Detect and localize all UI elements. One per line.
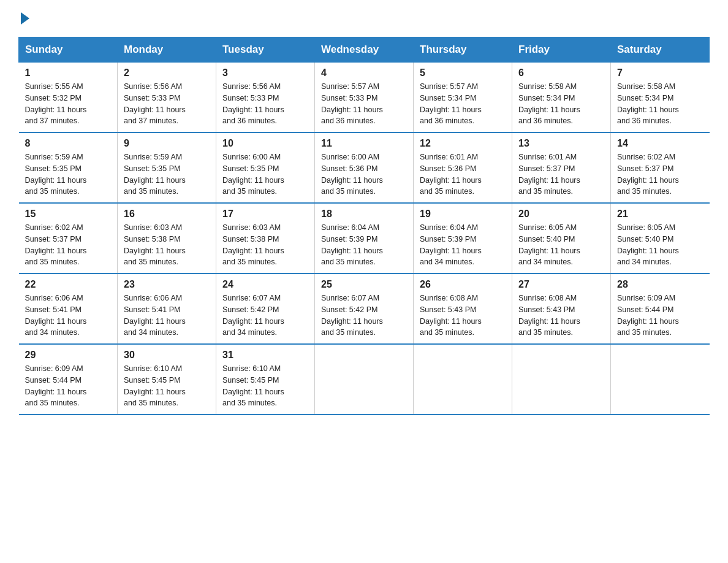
calendar-cell: 17Sunrise: 6:03 AMSunset: 5:38 PMDayligh… bbox=[216, 203, 315, 274]
calendar-table: SundayMondayTuesdayWednesdayThursdayFrid… bbox=[18, 37, 710, 415]
header-day-saturday: Saturday bbox=[611, 37, 710, 63]
day-info: Sunrise: 6:07 AMSunset: 5:42 PMDaylight:… bbox=[321, 293, 407, 339]
header-day-tuesday: Tuesday bbox=[216, 37, 315, 63]
day-info: Sunrise: 6:00 AMSunset: 5:36 PMDaylight:… bbox=[321, 151, 407, 197]
calendar-cell: 9Sunrise: 5:59 AMSunset: 5:35 PMDaylight… bbox=[118, 132, 216, 203]
day-number: 12 bbox=[420, 138, 506, 149]
day-info: Sunrise: 6:06 AMSunset: 5:41 PMDaylight:… bbox=[124, 293, 210, 339]
day-info: Sunrise: 6:10 AMSunset: 5:45 PMDaylight:… bbox=[124, 363, 210, 409]
day-number: 27 bbox=[518, 279, 604, 290]
week-row-3: 15Sunrise: 6:02 AMSunset: 5:37 PMDayligh… bbox=[19, 203, 710, 274]
calendar-cell: 11Sunrise: 6:00 AMSunset: 5:36 PMDayligh… bbox=[315, 132, 414, 203]
calendar-cell: 20Sunrise: 6:05 AMSunset: 5:40 PMDayligh… bbox=[512, 203, 611, 274]
day-info: Sunrise: 6:03 AMSunset: 5:38 PMDaylight:… bbox=[124, 222, 210, 268]
day-number: 25 bbox=[321, 279, 407, 290]
day-number: 10 bbox=[222, 138, 308, 149]
header-row: SundayMondayTuesdayWednesdayThursdayFrid… bbox=[19, 37, 710, 63]
day-number: 30 bbox=[124, 350, 210, 361]
day-number: 5 bbox=[420, 67, 506, 79]
day-number: 20 bbox=[518, 209, 604, 220]
calendar-cell: 29Sunrise: 6:09 AMSunset: 5:44 PMDayligh… bbox=[19, 344, 118, 415]
day-info: Sunrise: 5:58 AMSunset: 5:34 PMDaylight:… bbox=[518, 81, 604, 127]
day-info: Sunrise: 6:02 AMSunset: 5:37 PMDaylight:… bbox=[617, 151, 703, 197]
day-info: Sunrise: 5:59 AMSunset: 5:35 PMDaylight:… bbox=[124, 151, 210, 197]
day-info: Sunrise: 6:04 AMSunset: 5:39 PMDaylight:… bbox=[321, 222, 407, 268]
calendar-cell bbox=[611, 344, 710, 415]
day-info: Sunrise: 6:05 AMSunset: 5:40 PMDaylight:… bbox=[617, 222, 703, 268]
day-info: Sunrise: 6:09 AMSunset: 5:44 PMDaylight:… bbox=[25, 363, 112, 409]
day-info: Sunrise: 6:01 AMSunset: 5:37 PMDaylight:… bbox=[518, 151, 604, 197]
calendar-cell: 1Sunrise: 5:55 AMSunset: 5:32 PMDaylight… bbox=[19, 63, 118, 133]
calendar-cell: 8Sunrise: 5:59 AMSunset: 5:35 PMDaylight… bbox=[19, 132, 118, 203]
week-row-5: 29Sunrise: 6:09 AMSunset: 5:44 PMDayligh… bbox=[19, 344, 710, 415]
day-number: 1 bbox=[25, 67, 112, 79]
day-number: 9 bbox=[124, 138, 210, 149]
day-info: Sunrise: 6:08 AMSunset: 5:43 PMDaylight:… bbox=[518, 293, 604, 339]
day-info: Sunrise: 5:56 AMSunset: 5:33 PMDaylight:… bbox=[222, 81, 308, 127]
header-day-friday: Friday bbox=[512, 37, 611, 63]
day-info: Sunrise: 6:07 AMSunset: 5:42 PMDaylight:… bbox=[222, 293, 308, 339]
page-header bbox=[18, 12, 710, 25]
calendar-cell bbox=[414, 344, 512, 415]
day-info: Sunrise: 5:56 AMSunset: 5:33 PMDaylight:… bbox=[124, 81, 210, 127]
calendar-cell: 13Sunrise: 6:01 AMSunset: 5:37 PMDayligh… bbox=[512, 132, 611, 203]
day-number: 28 bbox=[617, 279, 703, 290]
calendar-cell: 4Sunrise: 5:57 AMSunset: 5:33 PMDaylight… bbox=[315, 63, 414, 133]
day-info: Sunrise: 5:58 AMSunset: 5:34 PMDaylight:… bbox=[617, 81, 703, 127]
calendar-cell: 21Sunrise: 6:05 AMSunset: 5:40 PMDayligh… bbox=[611, 203, 710, 274]
calendar-cell bbox=[315, 344, 414, 415]
calendar-cell: 5Sunrise: 5:57 AMSunset: 5:34 PMDaylight… bbox=[414, 63, 512, 133]
day-info: Sunrise: 6:03 AMSunset: 5:38 PMDaylight:… bbox=[222, 222, 308, 268]
calendar-cell: 16Sunrise: 6:03 AMSunset: 5:38 PMDayligh… bbox=[118, 203, 216, 274]
header-day-monday: Monday bbox=[118, 37, 216, 63]
week-row-1: 1Sunrise: 5:55 AMSunset: 5:32 PMDaylight… bbox=[19, 63, 710, 133]
day-number: 14 bbox=[617, 138, 703, 149]
header-day-sunday: Sunday bbox=[19, 37, 118, 63]
calendar-cell: 3Sunrise: 5:56 AMSunset: 5:33 PMDaylight… bbox=[216, 63, 315, 133]
calendar-cell: 2Sunrise: 5:56 AMSunset: 5:33 PMDaylight… bbox=[118, 63, 216, 133]
day-number: 17 bbox=[222, 209, 308, 220]
calendar-header: SundayMondayTuesdayWednesdayThursdayFrid… bbox=[19, 37, 710, 63]
calendar-cell: 28Sunrise: 6:09 AMSunset: 5:44 PMDayligh… bbox=[611, 274, 710, 344]
day-number: 19 bbox=[420, 209, 506, 220]
day-number: 21 bbox=[617, 209, 703, 220]
day-number: 15 bbox=[25, 209, 112, 220]
calendar-cell: 31Sunrise: 6:10 AMSunset: 5:45 PMDayligh… bbox=[216, 344, 315, 415]
calendar-cell: 6Sunrise: 5:58 AMSunset: 5:34 PMDaylight… bbox=[512, 63, 611, 133]
day-info: Sunrise: 6:08 AMSunset: 5:43 PMDaylight:… bbox=[420, 293, 506, 339]
logo bbox=[18, 12, 31, 25]
day-info: Sunrise: 6:10 AMSunset: 5:45 PMDaylight:… bbox=[222, 363, 308, 409]
day-number: 4 bbox=[321, 67, 407, 79]
week-row-4: 22Sunrise: 6:06 AMSunset: 5:41 PMDayligh… bbox=[19, 274, 710, 344]
calendar-cell bbox=[512, 344, 611, 415]
week-row-2: 8Sunrise: 5:59 AMSunset: 5:35 PMDaylight… bbox=[19, 132, 710, 203]
calendar-cell: 26Sunrise: 6:08 AMSunset: 5:43 PMDayligh… bbox=[414, 274, 512, 344]
day-number: 22 bbox=[25, 279, 112, 290]
day-info: Sunrise: 5:55 AMSunset: 5:32 PMDaylight:… bbox=[25, 81, 112, 127]
calendar-body: 1Sunrise: 5:55 AMSunset: 5:32 PMDaylight… bbox=[19, 63, 710, 415]
day-number: 8 bbox=[25, 138, 112, 149]
day-info: Sunrise: 6:00 AMSunset: 5:35 PMDaylight:… bbox=[222, 151, 308, 197]
day-number: 24 bbox=[222, 279, 308, 290]
day-number: 16 bbox=[124, 209, 210, 220]
day-number: 2 bbox=[124, 67, 210, 79]
calendar-cell: 14Sunrise: 6:02 AMSunset: 5:37 PMDayligh… bbox=[611, 132, 710, 203]
day-number: 31 bbox=[222, 350, 308, 361]
day-info: Sunrise: 6:04 AMSunset: 5:39 PMDaylight:… bbox=[420, 222, 506, 268]
calendar-cell: 15Sunrise: 6:02 AMSunset: 5:37 PMDayligh… bbox=[19, 203, 118, 274]
calendar-cell: 10Sunrise: 6:00 AMSunset: 5:35 PMDayligh… bbox=[216, 132, 315, 203]
day-info: Sunrise: 6:02 AMSunset: 5:37 PMDaylight:… bbox=[25, 222, 112, 268]
day-info: Sunrise: 6:06 AMSunset: 5:41 PMDaylight:… bbox=[25, 293, 112, 339]
calendar-cell: 30Sunrise: 6:10 AMSunset: 5:45 PMDayligh… bbox=[118, 344, 216, 415]
calendar-cell: 18Sunrise: 6:04 AMSunset: 5:39 PMDayligh… bbox=[315, 203, 414, 274]
day-number: 11 bbox=[321, 138, 407, 149]
day-number: 7 bbox=[617, 67, 703, 79]
day-number: 6 bbox=[518, 67, 604, 79]
calendar-cell: 19Sunrise: 6:04 AMSunset: 5:39 PMDayligh… bbox=[414, 203, 512, 274]
calendar-cell: 12Sunrise: 6:01 AMSunset: 5:36 PMDayligh… bbox=[414, 132, 512, 203]
day-info: Sunrise: 5:59 AMSunset: 5:35 PMDaylight:… bbox=[25, 151, 112, 197]
day-info: Sunrise: 5:57 AMSunset: 5:33 PMDaylight:… bbox=[321, 81, 407, 127]
header-day-thursday: Thursday bbox=[414, 37, 512, 63]
day-info: Sunrise: 6:09 AMSunset: 5:44 PMDaylight:… bbox=[617, 293, 703, 339]
calendar-cell: 25Sunrise: 6:07 AMSunset: 5:42 PMDayligh… bbox=[315, 274, 414, 344]
